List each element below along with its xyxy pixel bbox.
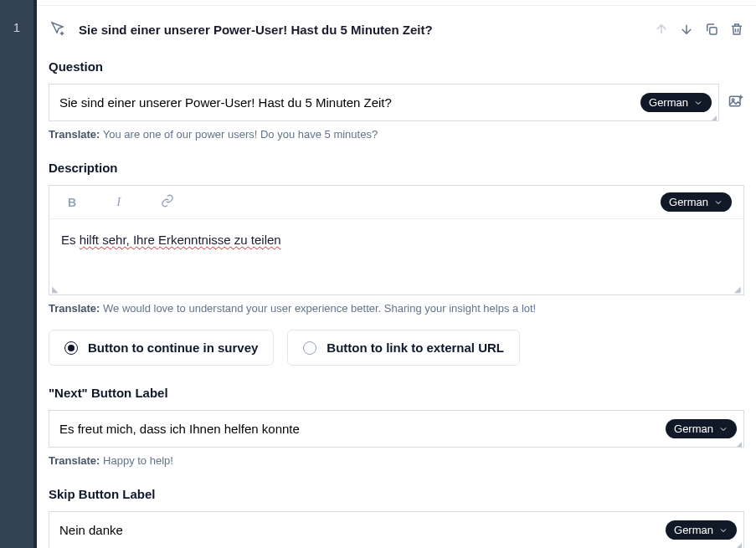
italic-button[interactable]: I: [116, 195, 121, 209]
button-external-label: Button to link to external URL: [327, 341, 504, 355]
button-external-option[interactable]: Button to link to external URL: [287, 330, 520, 366]
description-translation-text: We would love to understand your user ex…: [103, 302, 536, 315]
translate-label: Translate:: [49, 454, 100, 467]
step-number-column: 1: [0, 0, 33, 548]
sparkle-cursor-icon: [49, 19, 69, 39]
button-continue-option[interactable]: Button to continue in survey: [49, 330, 274, 366]
resize-handle-icon: [737, 442, 742, 447]
duplicate-button[interactable]: [704, 22, 719, 37]
chevron-down-icon: [693, 98, 703, 108]
skip-button-input[interactable]: [59, 523, 659, 537]
svg-rect-1: [730, 96, 741, 106]
question-field-label: Question: [49, 59, 744, 74]
button-continue-label: Button to continue in survey: [88, 341, 258, 355]
question-language-select[interactable]: German: [640, 93, 712, 112]
link-button[interactable]: [161, 194, 174, 210]
description-field-label: Description: [49, 161, 744, 175]
skip-button-language-label: German: [674, 524, 713, 536]
question-input[interactable]: [59, 95, 634, 110]
next-button-translation: Translate: Happy to help!: [49, 454, 744, 467]
translate-label: Translate:: [49, 128, 100, 141]
add-image-button[interactable]: [728, 93, 744, 113]
move-up-button[interactable]: [654, 22, 669, 37]
question-language-label: German: [649, 96, 688, 109]
skip-button-language-select[interactable]: German: [666, 520, 737, 540]
question-title: Sie sind einer unserer Power-User! Hast …: [79, 23, 644, 37]
svg-rect-0: [710, 28, 717, 34]
description-translation: Translate: We would love to understand y…: [49, 302, 744, 315]
next-button-input[interactable]: [59, 422, 659, 436]
description-text-spellcheck: hilft sehr, Ihre Erkenntnisse zu teilen: [80, 233, 281, 247]
next-button-field-label: "Next" Button Label: [49, 386, 744, 400]
resize-handle-icon: [712, 115, 717, 120]
description-editor: B I German Es hilft sehr, Ihre Erkenntni…: [49, 185, 744, 295]
question-translation-text: You are one of our power users! Do you h…: [103, 128, 378, 141]
skip-button-input-wrap: German: [49, 511, 744, 548]
question-translation: Translate: You are one of our power user…: [49, 128, 744, 141]
resize-corners: ◣◢: [52, 284, 741, 294]
question-input-wrap: German: [49, 84, 719, 121]
description-language-label: German: [669, 196, 708, 208]
description-text-prefix: Es: [61, 233, 80, 247]
delete-button[interactable]: [729, 22, 744, 37]
translate-label: Translate:: [49, 302, 100, 315]
chevron-down-icon: [718, 525, 728, 535]
move-down-button[interactable]: [679, 22, 694, 37]
next-button-translation-text: Happy to help!: [103, 454, 173, 467]
chevron-down-icon: [713, 197, 723, 207]
chevron-down-icon: [718, 424, 728, 434]
description-language-select[interactable]: German: [661, 192, 732, 212]
radio-icon: [303, 341, 316, 355]
resize-handle-icon: [737, 543, 742, 548]
description-textarea[interactable]: Es hilft sehr, Ihre Erkenntnisse zu teil…: [49, 219, 743, 294]
skip-button-field-label: Skip Button Label: [49, 487, 744, 501]
next-button-language-select[interactable]: German: [666, 419, 737, 438]
step-number: 1: [13, 20, 20, 548]
next-button-language-label: German: [674, 423, 713, 435]
top-divider: [37, 0, 756, 6]
radio-icon: [64, 341, 78, 355]
next-button-input-wrap: German: [49, 410, 744, 448]
bold-button[interactable]: B: [68, 196, 76, 209]
